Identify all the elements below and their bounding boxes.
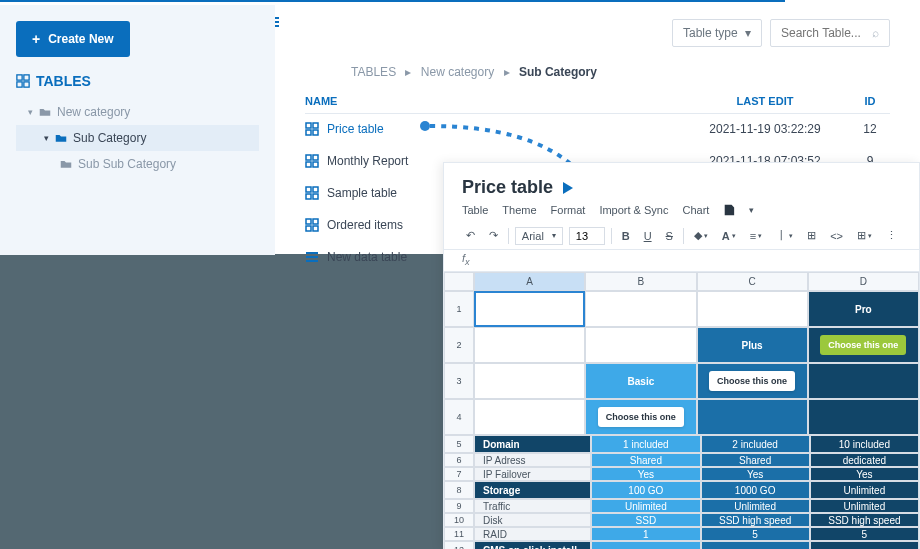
row-header[interactable]: 11 [444,527,474,541]
row-header[interactable]: 12 [444,541,474,549]
choose-plus-cell[interactable]: Choose this one [697,363,808,399]
cell[interactable] [474,399,585,435]
create-new-button[interactable]: + Create New [16,21,130,57]
merge-button[interactable]: ⊞ [803,227,820,244]
more-button[interactable]: ⋮ [882,227,901,244]
cell[interactable]: SSD high speed [810,513,919,527]
choose-pro-cell[interactable]: Choose this one [808,327,919,363]
plan-basic-header[interactable]: Basic [585,363,696,399]
breadcrumb-cat[interactable]: New category [421,65,494,79]
row-header[interactable]: 7 [444,467,474,481]
plan-plus-header[interactable]: Plus [697,327,808,363]
border-button[interactable]: ⊞▾ [853,227,876,244]
menu-format[interactable]: Format [551,204,586,216]
col-header-c[interactable]: C [697,272,808,291]
row-header[interactable]: 5 [444,435,474,453]
cell[interactable] [585,327,696,363]
cell[interactable]: 1000 GO [701,481,810,499]
row-header[interactable]: 6 [444,453,474,467]
search-input[interactable] [781,26,866,40]
choose-this-one-button[interactable]: Choose this one [598,407,684,427]
cell[interactable] [697,399,808,435]
menu-chart[interactable]: Chart [682,204,709,216]
col-header-d[interactable]: D [808,272,919,291]
feature-label[interactable]: Traffic [474,499,591,513]
undo-button[interactable]: ↶ [462,227,479,244]
row-header[interactable]: 2 [444,327,474,363]
feature-label[interactable]: IP Failover [474,467,591,481]
breadcrumb-root[interactable]: TABLES [351,65,396,79]
cell[interactable]: Yes [591,467,700,481]
table-row[interactable]: Price table2021-11-19 03:22:2912 [305,113,890,145]
cell[interactable]: 5 [701,527,810,541]
cell[interactable]: Unlimited [810,481,919,499]
cell[interactable]: Shared [701,453,810,467]
feature-label[interactable]: CMS on click install [474,541,591,549]
row-header[interactable]: 1 [444,291,474,327]
feature-label[interactable]: Storage [474,481,591,499]
feature-label[interactable]: Disk [474,513,591,527]
redo-button[interactable]: ↷ [485,227,502,244]
row-header[interactable]: 9 [444,499,474,513]
strike-button[interactable]: S [662,228,677,244]
code-button[interactable]: <> [826,228,847,244]
row-header[interactable]: 4 [444,399,474,435]
cell[interactable] [585,291,696,327]
cell[interactable]: Unlimited [701,499,810,513]
text-color-button[interactable]: A▾ [718,228,740,244]
table-type-select[interactable]: Table type ▾ [672,19,762,47]
row-header[interactable]: 8 [444,481,474,499]
cell[interactable] [474,327,585,363]
choose-basic-cell[interactable]: Choose this one [585,399,696,435]
formula-input[interactable] [476,254,901,266]
choose-this-one-button[interactable]: Choose this one [820,335,906,355]
cell[interactable] [697,291,808,327]
tree-item-new-category[interactable]: ▾ New category [16,99,259,125]
font-size-input[interactable] [569,227,605,245]
cell[interactable] [808,363,919,399]
col-header-b[interactable]: B [585,272,696,291]
save-icon[interactable] [723,204,735,216]
cell[interactable]: SSD high speed [701,513,810,527]
cell[interactable]: 5 [810,527,919,541]
menu-import[interactable]: Import & Sync [599,204,668,216]
cell[interactable] [701,541,810,549]
cell[interactable]: 10 included [810,435,919,453]
col-header-a[interactable]: A [474,272,585,291]
align-button[interactable]: ≡▾ [746,228,766,244]
valign-button[interactable]: 丨▾ [772,226,797,245]
font-select[interactable]: Arial▾ [515,227,563,245]
cell[interactable]: 1 included [591,435,700,453]
underline-button[interactable]: U [640,228,656,244]
drag-handle[interactable] [275,17,279,41]
cell[interactable] [810,541,919,549]
fill-color-button[interactable]: ◆▾ [690,227,712,244]
feature-label[interactable]: IP Adress [474,453,591,467]
cell[interactable] [591,541,700,549]
tree-item-sub-sub-category[interactable]: Sub Sub Category [16,151,259,177]
feature-label[interactable]: Domain [474,435,591,453]
cell[interactable] [808,399,919,435]
cell[interactable]: 2 included [701,435,810,453]
cell[interactable]: Shared [591,453,700,467]
cell[interactable]: Yes [701,467,810,481]
bold-button[interactable]: B [618,228,634,244]
search-table-box[interactable]: ⌕ [770,19,890,47]
plan-pro-header[interactable]: Pro [808,291,919,327]
cell[interactable] [474,363,585,399]
cell[interactable]: 100 GO [591,481,700,499]
cell[interactable]: Unlimited [591,499,700,513]
menu-table[interactable]: Table [462,204,488,216]
cell[interactable]: 1 [591,527,700,541]
cell[interactable]: Yes [810,467,919,481]
row-header[interactable]: 3 [444,363,474,399]
choose-this-one-button[interactable]: Choose this one [709,371,795,391]
corner-header[interactable] [444,272,474,291]
cell[interactable]: SSD [591,513,700,527]
tree-item-sub-category[interactable]: ▾ Sub Category [16,125,259,151]
row-header[interactable]: 10 [444,513,474,527]
cell-a1[interactable] [474,291,585,327]
menu-theme[interactable]: Theme [502,204,536,216]
cell[interactable]: Unlimited [810,499,919,513]
chevron-down-icon[interactable]: ▾ [749,205,754,215]
